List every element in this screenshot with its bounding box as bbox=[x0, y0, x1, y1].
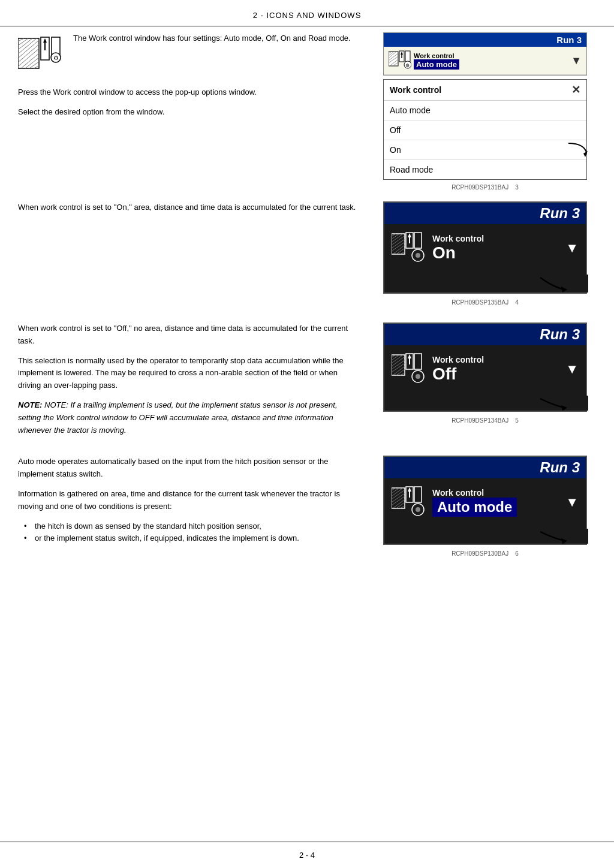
wc-text-2: Work control On bbox=[432, 234, 565, 263]
dropdown-3[interactable]: ▼ bbox=[565, 361, 579, 377]
bullet-item-2: or the implement status switch, if equip… bbox=[29, 532, 362, 545]
run-content-3: Work control Off ▼ bbox=[384, 345, 586, 396]
footer-text: 2 - 4 bbox=[299, 851, 315, 860]
svg-text:⚙: ⚙ bbox=[53, 55, 59, 61]
svg-rect-79 bbox=[414, 487, 422, 502]
auto-mode-text: Auto mode operates automatically based o… bbox=[18, 456, 362, 562]
svg-line-53 bbox=[392, 355, 399, 360]
off-mode-text: When work control is set to "Off," no ar… bbox=[18, 323, 362, 444]
wc-icon-4 bbox=[392, 484, 428, 520]
wc-label-2: Work control bbox=[432, 234, 565, 243]
wc-label-1: Work control bbox=[414, 52, 459, 59]
auto-arrow-fig4 bbox=[384, 529, 588, 544]
fig-caption-2: RCPH09DSP135BAJ 4 bbox=[452, 299, 519, 306]
dropdown-2[interactable]: ▼ bbox=[565, 240, 579, 256]
figure1-container: Run 3 bbox=[374, 32, 596, 195]
figure4-container: Run 3 bbox=[374, 456, 596, 562]
off-description2: This selection is normally used by the o… bbox=[18, 355, 362, 392]
dropdown-4[interactable]: ▼ bbox=[565, 495, 579, 510]
svg-line-36 bbox=[392, 234, 399, 239]
svg-point-66 bbox=[416, 374, 420, 379]
run-window-4: Run 3 bbox=[383, 456, 587, 545]
svg-marker-84 bbox=[561, 538, 567, 544]
on-arrow bbox=[562, 140, 592, 158]
wc-text-3: Work control Off bbox=[432, 355, 565, 384]
run-header-1: Run 3 bbox=[384, 33, 586, 47]
run-content-4: Work control Auto mode ▼ bbox=[384, 478, 586, 529]
run-header-4: Run 3 bbox=[384, 457, 586, 478]
popup-item-automode[interactable]: Auto mode bbox=[384, 101, 586, 120]
wc-label-3: Work control bbox=[432, 355, 565, 364]
svg-text:⚙: ⚙ bbox=[405, 63, 410, 68]
svg-rect-18 bbox=[389, 52, 398, 66]
bullet-item-1: the hitch is down as sensed by the stand… bbox=[29, 520, 362, 533]
work-control-icon: ⚙ bbox=[18, 32, 66, 74]
off-note: NOTE: NOTE: If a trailing implement is u… bbox=[18, 399, 362, 436]
mode-label-1: Auto mode bbox=[414, 59, 459, 70]
dropdown-arrow-1[interactable]: ▼ bbox=[571, 55, 582, 67]
intro-text: The Work control window has four setting… bbox=[73, 34, 351, 43]
instruction2: Select the desired option from the windo… bbox=[18, 106, 362, 119]
svg-line-76 bbox=[396, 502, 405, 508]
mode-label-4: Auto mode bbox=[432, 498, 517, 517]
svg-line-42 bbox=[396, 248, 405, 254]
wc-text-4: Work control Auto mode bbox=[432, 488, 565, 517]
svg-marker-46 bbox=[408, 233, 411, 237]
run-header-2: Run 3 bbox=[384, 203, 586, 224]
mode-label-2: On bbox=[432, 243, 565, 263]
wc-icon-2 bbox=[392, 230, 428, 266]
wc-icon-small-1: ⚙ bbox=[389, 49, 411, 72]
svg-marker-33 bbox=[583, 151, 588, 157]
svg-line-59 bbox=[396, 369, 405, 375]
run-window-1: Run 3 bbox=[383, 32, 587, 76]
wc-icon-3 bbox=[392, 351, 428, 387]
svg-rect-62 bbox=[414, 354, 422, 369]
popup-item-on[interactable]: On bbox=[384, 140, 586, 160]
popup-item-off[interactable]: Off bbox=[384, 120, 586, 140]
svg-marker-63 bbox=[408, 354, 411, 358]
popup-close-btn[interactable]: ✕ bbox=[571, 83, 580, 97]
page-header: 2 - ICONS AND WINDOWS bbox=[0, 0, 614, 26]
wc-label-4: Work control bbox=[432, 488, 565, 498]
on-arrow-fig2 bbox=[384, 275, 588, 293]
auto-description2: Information is gathered on area, time an… bbox=[18, 488, 362, 513]
run-content-2: Work control On ▼ bbox=[384, 224, 586, 275]
svg-marker-50 bbox=[561, 287, 567, 293]
intro-description: The Work control window has four setting… bbox=[73, 32, 351, 44]
mode-label-3: Off bbox=[432, 364, 565, 384]
popup-menu-1: Work control ✕ Auto mode Off On bbox=[383, 79, 587, 180]
page-footer: 2 - 4 bbox=[0, 842, 614, 868]
svg-point-83 bbox=[416, 507, 420, 512]
popup-item-roadmode[interactable]: Road mode bbox=[384, 160, 586, 179]
run-window-2: Run 3 bbox=[383, 201, 587, 294]
fig-caption-1: RCPH09DSP131BAJ 3 bbox=[452, 184, 519, 191]
note-label: NOTE: bbox=[18, 400, 44, 409]
figure2-container: Run 3 bbox=[374, 201, 596, 311]
svg-marker-80 bbox=[408, 487, 411, 492]
off-arrow-fig3 bbox=[384, 396, 588, 411]
auto-description1: Auto mode operates automatically based o… bbox=[18, 456, 362, 481]
svg-point-49 bbox=[416, 253, 420, 258]
svg-line-70 bbox=[392, 488, 399, 493]
header-title: 2 - ICONS AND WINDOWS bbox=[253, 11, 362, 20]
svg-rect-28 bbox=[405, 51, 410, 62]
run-header-3: Run 3 bbox=[384, 324, 586, 345]
off-description1: When work control is set to "Off," no ar… bbox=[18, 323, 362, 348]
svg-rect-45 bbox=[414, 233, 422, 248]
run-window-3: Run 3 bbox=[383, 323, 587, 412]
popup-header: Work control ✕ bbox=[384, 80, 586, 101]
on-mode-text: When work control is set to "On," area, … bbox=[18, 201, 362, 311]
instruction1: Press the Work control window to access … bbox=[18, 86, 362, 99]
auto-bullet-list: the hitch is down as sensed by the stand… bbox=[29, 520, 362, 545]
figure3-container: Run 3 bbox=[374, 323, 596, 444]
svg-marker-67 bbox=[561, 405, 567, 411]
fig-caption-3: RCPH09DSP134BAJ 5 bbox=[452, 417, 519, 424]
fig-caption-4: RCPH09DSP130BAJ 6 bbox=[452, 550, 519, 557]
on-description: When work control is set to "On," area, … bbox=[18, 201, 362, 214]
run-title-bar-1: ⚙ Work control Auto mode ▼ bbox=[384, 47, 586, 75]
